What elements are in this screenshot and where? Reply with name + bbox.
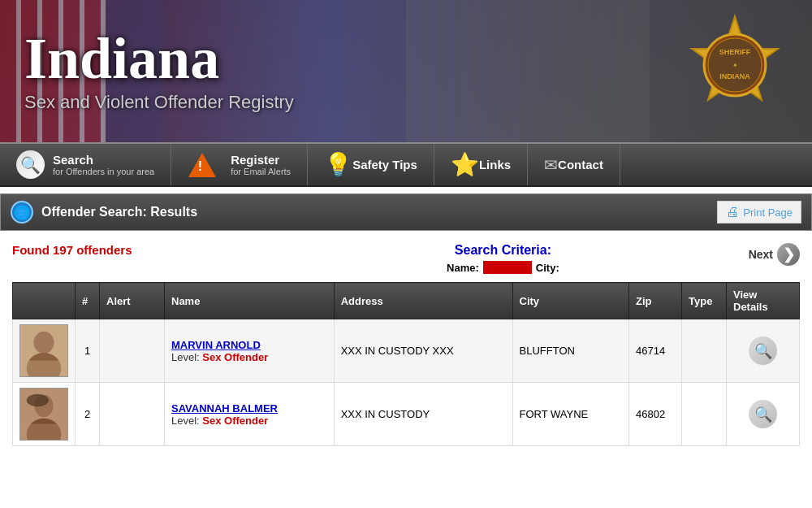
nav-contact-main: Contact — [558, 158, 603, 172]
th-city: City — [512, 283, 628, 319]
table-row: 2 SAVANNAH BALMER Level: Sex Offender XX… — [13, 383, 800, 446]
navbar: 🔍 Search for Offenders in your area Regi… — [0, 142, 812, 187]
site-title: Indiana — [24, 29, 294, 88]
photo-cell-1 — [13, 319, 76, 383]
offender-link-2[interactable]: SAVANNAH BALMER — [171, 402, 278, 415]
level-label-2: Level: — [171, 415, 200, 427]
svg-text:SHERIFF: SHERIFF — [719, 48, 751, 56]
level-label-1: Level: — [171, 351, 200, 363]
th-name: Name — [165, 283, 335, 319]
svg-rect-14 — [20, 424, 67, 440]
nav-search-text: Search for Offenders in your area — [53, 153, 154, 176]
address-cell-1: XXX IN CUSTODY XXX — [334, 319, 512, 383]
table-row: 1 MARVIN ARNOLD Level: Sex Offender XXX … — [13, 319, 800, 383]
found-count: Found 197 offenders — [12, 243, 257, 257]
nav-search-sub: for Offenders in your area — [53, 167, 154, 176]
zip-cell-2: 46802 — [629, 383, 682, 446]
nav-register-main: Register — [231, 153, 291, 167]
svg-text:✦: ✦ — [732, 62, 738, 69]
search-criteria-row: Name: City: — [257, 261, 748, 274]
th-alert: Alert — [100, 283, 165, 319]
view-details-cell-2[interactable] — [727, 383, 800, 446]
search-criteria-title: Search Criteria: — [257, 243, 748, 258]
row-number-2: 2 — [76, 383, 100, 446]
bulb-icon: 💡 — [324, 151, 352, 178]
type-cell-1 — [682, 319, 727, 383]
search-summary: Found 197 offenders Search Criteria: Nam… — [12, 243, 800, 274]
nav-search[interactable]: 🔍 Search for Offenders in your area — [0, 144, 171, 185]
city-cell-2: FORT WAYNE — [512, 383, 628, 446]
view-details-icon-2[interactable] — [749, 400, 777, 428]
alert-cell-1 — [100, 319, 165, 383]
nav-register-text: Register for Email Alerts — [231, 153, 291, 176]
svg-point-13 — [27, 394, 49, 406]
svg-rect-9 — [20, 361, 67, 376]
nav-safety-main: Safety Tips — [352, 158, 417, 172]
nav-register-sub: for Email Alerts — [231, 167, 291, 176]
search-icon: 🔍 — [16, 150, 45, 179]
th-view-details: View Details — [727, 283, 800, 319]
table-header: # Alert Name Address City Zip Type View … — [13, 283, 800, 319]
svg-point-7 — [33, 332, 54, 354]
nav-contact[interactable]: ✉ Contact — [528, 144, 620, 185]
site-subtitle: Sex and Violent Offender Registry — [24, 92, 294, 113]
view-details-icon-1[interactable] — [749, 336, 777, 365]
name-cell-2: SAVANNAH BALMER Level: Sex Offender — [165, 383, 335, 446]
next-button[interactable]: Next ❯ — [749, 243, 800, 266]
nav-links-main: Links — [479, 158, 511, 172]
envelope-icon: ✉ — [544, 155, 558, 175]
printer-icon: 🖨 — [726, 205, 739, 219]
photo-cell-2 — [13, 383, 76, 446]
results-bar-title: Offender Search: Results — [41, 205, 717, 219]
row-number-1: 1 — [76, 319, 100, 383]
th-photo — [13, 283, 76, 319]
city-label: City: — [536, 262, 559, 274]
name-cell-1: MARVIN ARNOLD Level: Sex Offender — [165, 319, 335, 383]
offender-link-1[interactable]: MARVIN ARNOLD — [171, 339, 261, 351]
search-criteria: Search Criteria: Name: City: — [257, 243, 748, 274]
city-cell-1: BLUFFTON — [512, 319, 628, 383]
main-content: Found 197 offenders Search Criteria: Nam… — [0, 231, 812, 458]
view-details-cell-1[interactable] — [727, 319, 800, 383]
th-zip: Zip — [629, 283, 682, 319]
header-text: Indiana Sex and Violent Offender Registr… — [0, 29, 294, 113]
offender-photo-1 — [19, 324, 68, 377]
zip-cell-1: 46714 — [629, 319, 682, 383]
header-prison — [406, 0, 650, 142]
level-value-1: Sex Offender — [202, 351, 268, 363]
results-bar: 🌐 Offender Search: Results 🖨 Print Page — [0, 193, 812, 231]
sheriff-badge: SHERIFF ✦ INDIANA — [682, 12, 788, 118]
name-value-redacted — [483, 261, 532, 274]
name-label: Name: — [447, 262, 479, 274]
address-cell-2: XXX IN CUSTODY — [334, 383, 512, 446]
type-cell-2 — [682, 383, 727, 446]
nav-safety[interactable]: 💡 Safety Tips — [308, 144, 434, 185]
table-body: 1 MARVIN ARNOLD Level: Sex Offender XXX … — [13, 319, 800, 446]
alert-cell-2 — [100, 383, 165, 446]
next-arrow-icon: ❯ — [777, 243, 800, 266]
offender-photo-2 — [19, 388, 68, 441]
offender-table: # Alert Name Address City Zip Type View … — [12, 282, 800, 446]
print-label: Print Page — [743, 206, 793, 219]
th-type: Type — [682, 283, 727, 319]
level-value-2: Sex Offender — [202, 415, 268, 427]
print-page-button[interactable]: 🖨 Print Page — [717, 201, 801, 224]
alert-icon — [188, 150, 216, 179]
th-number: # — [76, 283, 100, 319]
star-icon: ⭐ — [451, 151, 479, 178]
nav-search-main: Search — [53, 153, 154, 167]
badge-star-svg: SHERIFF ✦ INDIANA — [682, 12, 788, 118]
warning-triangle-icon — [188, 153, 216, 177]
globe-icon: 🌐 — [11, 201, 33, 224]
next-label: Next — [749, 248, 773, 261]
svg-text:INDIANA: INDIANA — [719, 72, 750, 80]
th-address: Address — [334, 283, 512, 319]
site-header: Indiana Sex and Violent Offender Registr… — [0, 0, 812, 142]
nav-links[interactable]: ⭐ Links — [434, 144, 528, 185]
nav-register[interactable]: Register for Email Alerts — [171, 144, 308, 185]
